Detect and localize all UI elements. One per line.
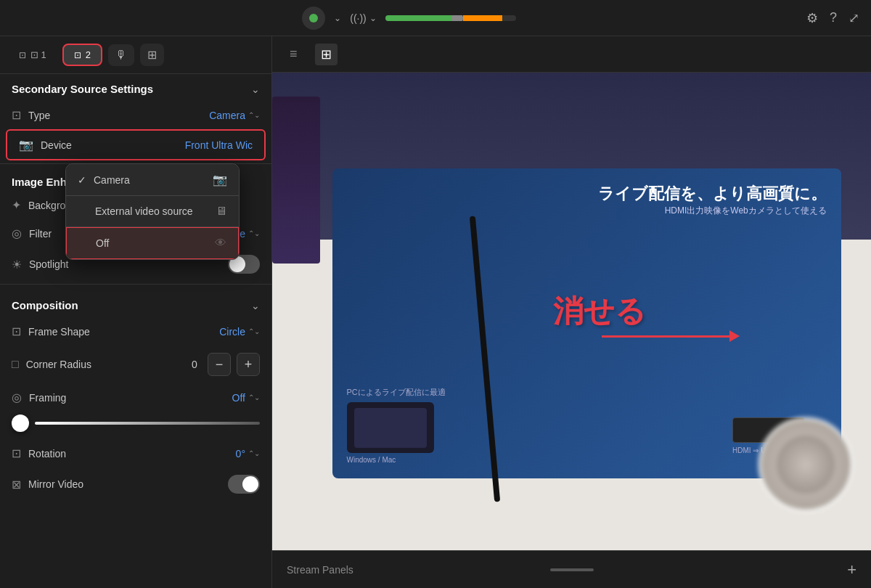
record-button[interactable] <box>302 7 325 30</box>
secondary-source-title: Secondary Source Settings <box>12 83 153 95</box>
corner-radius-plus[interactable]: + <box>237 353 260 376</box>
japanese-overlay: 消せる <box>553 291 646 332</box>
composition-title: Composition <box>12 299 78 311</box>
rotation-label: ⊡ Rotation <box>12 446 66 460</box>
dark-panel <box>272 97 320 264</box>
source-tab-2[interactable]: ⊡ 2 <box>62 44 102 66</box>
frame-shape-text: Frame Shape <box>28 326 90 338</box>
off-option-icon: 👁 <box>215 237 226 250</box>
bottom-bar: Stream Panels + <box>272 550 871 588</box>
record-indicator <box>309 14 318 23</box>
dropdown-external-option[interactable]: External video source 🖥 <box>66 196 239 226</box>
spotlight-label: ☀ Spotlight <box>12 258 68 271</box>
type-icon: ⊡ <box>12 108 21 122</box>
frame-shape-chevron: ⌃⌄ <box>248 327 260 335</box>
corner-radius-value: 0 <box>187 359 202 370</box>
sparkle-icon: ✦ <box>12 198 21 212</box>
spotlight-icon: ☀ <box>12 258 22 271</box>
resize-icon[interactable]: ⤢ <box>848 10 859 26</box>
opacity-slider-track[interactable] <box>35 422 260 425</box>
avatar-inner <box>777 436 835 494</box>
corner-radius-row: □ Corner Radius 0 − + <box>0 346 271 383</box>
divider-2 <box>0 284 271 285</box>
japanese-text: 消せる <box>553 291 646 332</box>
type-row: ⊡ Type Camera ⌃⌄ <box>0 101 271 129</box>
opacity-slider-thumb[interactable] <box>12 415 29 432</box>
corner-radius-label: □ Corner Radius <box>12 358 91 371</box>
rotation-value[interactable]: 0° ⌃⌄ <box>236 448 260 460</box>
mirror-toggle-knob <box>242 476 258 492</box>
filter-text: Filter <box>29 228 52 240</box>
mirror-row: ⊠ Mirror Video <box>0 467 271 501</box>
meter-dot <box>451 15 463 21</box>
rotation-chevron: ⌃⌄ <box>248 449 260 457</box>
camera-option-label: Camera <box>94 174 130 186</box>
right-top-bar: ≡ ⊞ <box>272 36 871 73</box>
dropdown-off-option[interactable]: Off 👁 <box>66 227 239 259</box>
product-title: ライブ配信を、より高画質に。 <box>347 183 827 205</box>
mic-icon: 🎙 <box>115 49 127 61</box>
tab1-label: ⊡ 1 <box>30 49 46 60</box>
arrow-overlay <box>602 335 732 338</box>
screen-icon: ⊞ <box>147 49 157 61</box>
grid-view-icon[interactable]: ⊞ <box>315 44 338 65</box>
signal-chevron[interactable]: ⌄ <box>369 13 377 23</box>
rotation-icon: ⊡ <box>12 446 21 460</box>
device-box-laptop <box>347 402 434 453</box>
dropdown-camera-option[interactable]: ✓ Camera 📷 <box>66 164 239 195</box>
frame-shape-icon: ⊡ <box>12 324 21 338</box>
corner-radius-controls: 0 − + <box>187 353 260 376</box>
mic-tab[interactable]: 🎙 <box>108 44 134 66</box>
secondary-source-header: Secondary Source Settings ⌄ <box>0 74 271 101</box>
product-left-text: PCによるライブ配信に最適 Windows / Mac <box>347 387 446 464</box>
secondary-source-chevron[interactable]: ⌄ <box>251 83 260 95</box>
add-stream-panel-button[interactable]: + <box>847 560 856 579</box>
filter-chevron: ⌃⌄ <box>248 229 260 237</box>
type-text: Type <box>28 110 50 121</box>
frame-shape-value-text: Circle <box>219 326 245 338</box>
frame-shape-label: ⊡ Frame Shape <box>12 324 90 338</box>
signal-button[interactable]: ((·)) ⌄ <box>350 12 377 24</box>
source-tab-1[interactable]: ⊡ ⊡ 1 <box>9 45 57 65</box>
meter-orange <box>463 15 502 21</box>
right-panel: ≡ ⊞ ライブ配信を、より高画質に。 HDMI出力映像をWebカメラとして使える <box>272 36 871 588</box>
type-value-text: Camera <box>209 110 245 121</box>
help-icon[interactable]: ? <box>830 10 837 25</box>
camera-option-icon: 📷 <box>213 173 227 187</box>
external-option-icon: 🖥 <box>216 205 227 218</box>
filter-icon: ◎ <box>12 226 22 240</box>
device-text: Device <box>41 139 72 151</box>
framing-value[interactable]: Off ⌃⌄ <box>232 392 260 404</box>
top-bar-right: ⚙ ? ⤢ <box>806 10 859 26</box>
type-chevron: ⌃⌄ <box>248 111 260 119</box>
signal-icon: ((·)) <box>350 12 367 24</box>
camera1-icon: ⊡ <box>19 50 26 60</box>
left-panel: ⊡ ⊡ 1 ⊡ 2 🎙 ⊞ Secondary Source Settings … <box>0 36 272 588</box>
dropdown-camera-left: ✓ Camera <box>78 174 130 186</box>
device-value[interactable]: Front Ultra Wic <box>185 139 253 151</box>
screen-tab[interactable]: ⊞ <box>140 44 164 66</box>
device-value-text: Front Ultra Wic <box>185 139 253 151</box>
corner-radius-text: Corner Radius <box>26 359 91 370</box>
rotation-text: Rotation <box>28 448 66 460</box>
corner-radius-minus[interactable]: − <box>208 353 231 376</box>
settings-icon[interactable]: ⚙ <box>806 10 818 26</box>
record-chevron[interactable]: ⌄ <box>334 13 341 23</box>
composition-chevron[interactable]: ⌄ <box>251 300 260 311</box>
camera-checkmark: ✓ <box>78 174 86 186</box>
product-sub: HDMI出力映像をWebカメラとして使える <box>347 205 827 217</box>
frame-shape-row: ⊡ Frame Shape Circle ⌃⌄ <box>0 317 271 346</box>
type-value[interactable]: Camera ⌃⌄ <box>209 110 260 121</box>
type-label: ⊡ Type <box>12 108 50 122</box>
framing-value-text: Off <box>232 392 245 404</box>
device-box-screen <box>354 408 427 448</box>
external-option-label: External video source <box>95 205 193 217</box>
audio-meter <box>385 15 516 21</box>
mirror-text: Mirror Video <box>28 478 83 490</box>
frame-shape-value[interactable]: Circle ⌃⌄ <box>219 326 260 338</box>
mirror-toggle[interactable] <box>228 475 260 494</box>
list-view-icon[interactable]: ≡ <box>284 44 303 65</box>
device-row: 📷 Device Front Ultra Wic <box>6 129 266 160</box>
meter-green <box>385 15 457 21</box>
tab2-label: 2 <box>86 49 91 60</box>
